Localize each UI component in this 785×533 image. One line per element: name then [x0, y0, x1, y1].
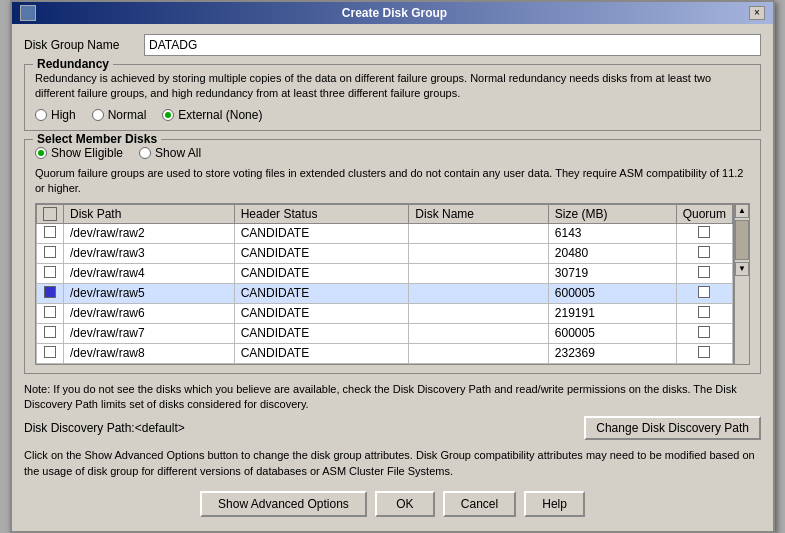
header-status-cell: CANDIDATE: [234, 283, 409, 303]
row-checkbox[interactable]: [44, 226, 56, 238]
show-all[interactable]: Show All: [139, 146, 201, 160]
size-mb-cell: 232369: [548, 343, 676, 363]
header-status-cell: CANDIDATE: [234, 243, 409, 263]
table-row: /dev/raw/raw8CANDIDATE232369: [37, 343, 733, 363]
header-status-cell: CANDIDATE: [234, 343, 409, 363]
disk-group-name-input[interactable]: [144, 34, 761, 56]
disk-name-cell: [409, 283, 549, 303]
header-status-cell: CANDIDATE: [234, 323, 409, 343]
table-row: /dev/raw/raw6CANDIDATE219191: [37, 303, 733, 323]
col-header-checkbox[interactable]: [37, 204, 64, 223]
row-checkbox[interactable]: [44, 326, 56, 338]
show-advanced-options-button[interactable]: Show Advanced Options: [200, 491, 367, 517]
close-button[interactable]: ×: [749, 6, 765, 20]
change-discovery-path-button[interactable]: Change Disk Discovery Path: [584, 416, 761, 440]
disk-name-cell: [409, 263, 549, 283]
dialog-icon: [20, 5, 36, 21]
redundancy-normal[interactable]: Normal: [92, 108, 147, 122]
disk-name-cell: [409, 223, 549, 243]
disk-group-name-row: Disk Group Name: [24, 34, 761, 56]
disk-path-cell: /dev/raw/raw7: [64, 323, 235, 343]
disk-table-wrapper: Disk Path Header Status Disk Name Size (…: [35, 203, 750, 365]
create-disk-group-dialog: Create Disk Group × Disk Group Name Redu…: [10, 0, 775, 533]
redundancy-external-label: External (None): [178, 108, 262, 122]
redundancy-external-radio[interactable]: [162, 109, 174, 121]
disk-name-cell: [409, 343, 549, 363]
member-disks-title: Select Member Disks: [33, 132, 161, 146]
scroll-up-arrow[interactable]: ▲: [735, 204, 749, 218]
row-checkbox[interactable]: [44, 306, 56, 318]
table-row: /dev/raw/raw5CANDIDATE600005: [37, 283, 733, 303]
advanced-note: Click on the Show Advanced Options butto…: [24, 448, 761, 479]
disk-table: Disk Path Header Status Disk Name Size (…: [36, 204, 733, 364]
header-status-cell: CANDIDATE: [234, 223, 409, 243]
cancel-button[interactable]: Cancel: [443, 491, 516, 517]
quorum-checkbox[interactable]: [698, 226, 710, 238]
redundancy-title: Redundancy: [33, 57, 113, 71]
row-checkbox[interactable]: [44, 286, 56, 298]
header-checkbox[interactable]: [43, 207, 57, 221]
show-eligible-label: Show Eligible: [51, 146, 123, 160]
col-quorum: Quorum: [676, 204, 732, 223]
ok-button[interactable]: OK: [375, 491, 435, 517]
disk-path-cell: /dev/raw/raw4: [64, 263, 235, 283]
size-mb-cell: 600005: [548, 323, 676, 343]
header-status-cell: CANDIDATE: [234, 263, 409, 283]
redundancy-external[interactable]: External (None): [162, 108, 262, 122]
button-row: Show Advanced Options OK Cancel Help: [24, 487, 761, 521]
redundancy-group: Redundancy Redundancy is achieved by sto…: [24, 64, 761, 131]
disk-path-cell: /dev/raw/raw5: [64, 283, 235, 303]
help-button[interactable]: Help: [524, 491, 585, 517]
quorum-checkbox[interactable]: [698, 326, 710, 338]
disk-note: Note: If you do not see the disks which …: [24, 382, 761, 413]
redundancy-high-radio[interactable]: [35, 109, 47, 121]
row-checkbox[interactable]: [44, 266, 56, 278]
disk-path-cell: /dev/raw/raw8: [64, 343, 235, 363]
redundancy-normal-radio[interactable]: [92, 109, 104, 121]
size-mb-cell: 600005: [548, 283, 676, 303]
header-status-cell: CANDIDATE: [234, 303, 409, 323]
col-header-status: Header Status: [234, 204, 409, 223]
disk-name-cell: [409, 323, 549, 343]
discovery-path-label: Disk Discovery Path:<default>: [24, 421, 185, 435]
table-scrollbar[interactable]: ▲ ▼: [734, 203, 750, 365]
table-row: /dev/raw/raw4CANDIDATE30719: [37, 263, 733, 283]
disk-group-name-label: Disk Group Name: [24, 38, 144, 52]
show-eligible-radio[interactable]: [35, 147, 47, 159]
member-disks-group: Select Member Disks Show Eligible Show A…: [24, 139, 761, 374]
redundancy-high-label: High: [51, 108, 76, 122]
quorum-checkbox[interactable]: [698, 306, 710, 318]
size-mb-cell: 30719: [548, 263, 676, 283]
disk-table-container: Disk Path Header Status Disk Name Size (…: [35, 203, 734, 365]
disk-path-cell: /dev/raw/raw2: [64, 223, 235, 243]
disk-path-cell: /dev/raw/raw6: [64, 303, 235, 323]
disk-path-cell: /dev/raw/raw3: [64, 243, 235, 263]
table-row: /dev/raw/raw3CANDIDATE20480: [37, 243, 733, 263]
size-mb-cell: 20480: [548, 243, 676, 263]
show-all-label: Show All: [155, 146, 201, 160]
size-mb-cell: 219191: [548, 303, 676, 323]
table-row: /dev/raw/raw7CANDIDATE600005: [37, 323, 733, 343]
scroll-down-arrow[interactable]: ▼: [735, 262, 749, 276]
col-disk-path: Disk Path: [64, 204, 235, 223]
row-checkbox[interactable]: [44, 246, 56, 258]
table-row: /dev/raw/raw2CANDIDATE6143: [37, 223, 733, 243]
size-mb-cell: 6143: [548, 223, 676, 243]
disk-table-outer: Disk Path Header Status Disk Name Size (…: [35, 203, 734, 365]
quorum-checkbox[interactable]: [698, 286, 710, 298]
quorum-checkbox[interactable]: [698, 246, 710, 258]
scroll-thumb[interactable]: [735, 220, 749, 260]
show-eligible[interactable]: Show Eligible: [35, 146, 123, 160]
col-disk-name: Disk Name: [409, 204, 549, 223]
redundancy-description: Redundancy is achieved by storing multip…: [35, 71, 750, 102]
redundancy-normal-label: Normal: [108, 108, 147, 122]
redundancy-high[interactable]: High: [35, 108, 76, 122]
quorum-checkbox[interactable]: [698, 346, 710, 358]
row-checkbox[interactable]: [44, 346, 56, 358]
redundancy-options: High Normal External (None): [35, 108, 750, 122]
show-options: Show Eligible Show All: [35, 146, 750, 160]
quorum-note: Quorum failure groups are used to store …: [35, 166, 750, 197]
quorum-checkbox[interactable]: [698, 266, 710, 278]
disk-name-cell: [409, 303, 549, 323]
show-all-radio[interactable]: [139, 147, 151, 159]
